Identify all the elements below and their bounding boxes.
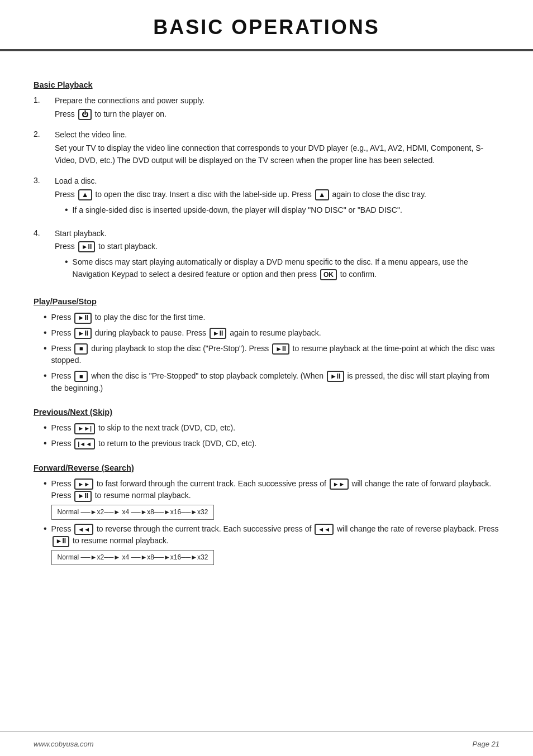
playpause-icon-4: ►II [272, 343, 289, 355]
pps-bullet-2: Press ►II during playback to pause. Pres… [44, 327, 499, 339]
rew-diagram-box: Normal ──►x2──► x4 ──►x8──►x16──►x32 [51, 550, 215, 565]
page-header: BASIC OPERATIONS [0, 0, 533, 51]
page-content: Basic Playback 1. Prepare the connection… [0, 51, 533, 613]
step-4-line-1: Start playback. [55, 228, 499, 240]
step-3-num: 3. [34, 175, 55, 185]
ff-speed-diagram: Normal ──►x2──► x4 ──►x8──►x16──►x32 [51, 502, 499, 520]
pps-bullet-1: Press ►II to play the disc for the first… [44, 312, 499, 324]
footer-url: www.cobyusa.com [34, 740, 94, 748]
step-3-line-1: Load a disc. [55, 175, 499, 188]
stop-icon-2: ■ [74, 371, 88, 382]
forward-reverse-list: Press ►► to fast forward through the cur… [44, 478, 499, 565]
prev-next-title: Previous/Next (Skip) [34, 408, 499, 417]
fr-bullet-2: Press ◄◄ to reverse through the current … [44, 523, 499, 565]
step-4-content: Start playback. Press ►II to start playb… [55, 228, 499, 284]
step-3-content: Load a disc. Press ▲ to open the disc tr… [55, 175, 499, 219]
ff-icon-2: ►► [330, 479, 349, 490]
eject-button-icon: ▲ [78, 189, 92, 200]
step-3-line-2: Press ▲ to open the disc tray. Insert a … [55, 189, 499, 201]
play-pause-stop-section: Play/Pause/Stop Press ►II to play the di… [34, 297, 499, 394]
ff-diagram-box: Normal ──►x2──► x4 ──►x8──►x16──►x32 [51, 505, 215, 520]
prev-next-list: Press ►►| to skip to the next track (DVD… [44, 422, 499, 449]
step-3-bullet-1: If a single-sided disc is inserted upsid… [65, 204, 499, 217]
pps-bullet-4: Press ■ when the disc is "Pre-Stopped" t… [44, 370, 499, 394]
playpause-icon-1: ►II [74, 313, 92, 324]
step-2-line-2: Set your TV to display the video line co… [55, 142, 499, 166]
play-pause-stop-title: Play/Pause/Stop [34, 297, 499, 306]
step-1-num: 1. [34, 95, 55, 104]
page-footer: www.cobyusa.com Page 21 [0, 731, 533, 756]
step-4-bullet-1: Some discs may start playing automatical… [65, 256, 499, 280]
playpause-icon-6: ►II [74, 491, 92, 502]
play-pause-stop-list: Press ►II to play the disc for the first… [44, 312, 499, 394]
eject-button-icon-2: ▲ [315, 189, 329, 200]
pps-bullet-3: Press ■ during playback to stop the disc… [44, 343, 499, 367]
prevnext-bullet-1: Press ►►| to skip to the next track (DVD… [44, 422, 499, 434]
step-4: 4. Start playback. Press ►II to start pl… [34, 228, 499, 284]
rew-icon-1: ◄◄ [74, 524, 93, 535]
step-4-num: 4. [34, 228, 55, 237]
prevnext-bullet-2: Press |◄◄ to return to the previous trac… [44, 438, 499, 450]
forward-reverse-section: Forward/Reverse (Search) Press ►► to fas… [34, 463, 499, 565]
playpause-icon-3: ►II [210, 328, 227, 339]
step-1: 1. Prepare the connections and power sup… [34, 95, 499, 121]
footer-page: Page 21 [473, 740, 499, 748]
basic-playback-section: Basic Playback 1. Prepare the connection… [34, 80, 499, 284]
step-3-bullets: If a single-sided disc is inserted upsid… [65, 204, 499, 217]
step-3: 3. Load a disc. Press ▲ to open the disc… [34, 175, 499, 219]
rew-icon-2: ◄◄ [315, 524, 334, 535]
playpause-button-icon: ►II [78, 241, 96, 252]
step-1-line-1: Prepare the connections and power supply… [55, 95, 499, 107]
step-2-content: Select the video line. Set your TV to di… [55, 129, 499, 168]
step-4-line-2: Press ►II to start playback. [55, 241, 499, 253]
step-2: 2. Select the video line. Set your TV to… [34, 129, 499, 168]
playpause-icon-2: ►II [74, 328, 92, 339]
fr-bullet-1-content: Press ►► to fast forward through the cur… [51, 478, 499, 520]
ff-icon-1: ►► [74, 479, 93, 490]
next-icon: ►►| [74, 423, 95, 434]
step-4-bullets: Some discs may start playing automatical… [65, 256, 499, 280]
step-2-line-1: Select the video line. [55, 129, 499, 141]
step-1-line-2: Press ⏻ to turn the player on. [55, 108, 499, 121]
stop-icon-1: ■ [74, 343, 88, 355]
basic-playback-list: 1. Prepare the connections and power sup… [34, 95, 499, 284]
page-title: BASIC OPERATIONS [0, 16, 533, 39]
step-2-num: 2. [34, 129, 55, 138]
playpause-icon-7: ►II [53, 536, 70, 547]
rew-speed-diagram: Normal ──►x2──► x4 ──►x8──►x16──►x32 [51, 547, 499, 565]
prev-icon: |◄◄ [74, 438, 95, 449]
step-1-content: Prepare the connections and power supply… [55, 95, 499, 121]
fr-bullet-2-content: Press ◄◄ to reverse through the current … [51, 523, 499, 565]
playpause-icon-5: ►II [327, 371, 344, 382]
ok-button-icon: OK [320, 269, 337, 280]
forward-reverse-title: Forward/Reverse (Search) [34, 463, 499, 472]
fr-bullet-1: Press ►► to fast forward through the cur… [44, 478, 499, 520]
prev-next-section: Previous/Next (Skip) Press ►►| to skip t… [34, 408, 499, 449]
power-button-icon: ⏻ [78, 109, 92, 120]
basic-playback-title: Basic Playback [34, 80, 499, 89]
